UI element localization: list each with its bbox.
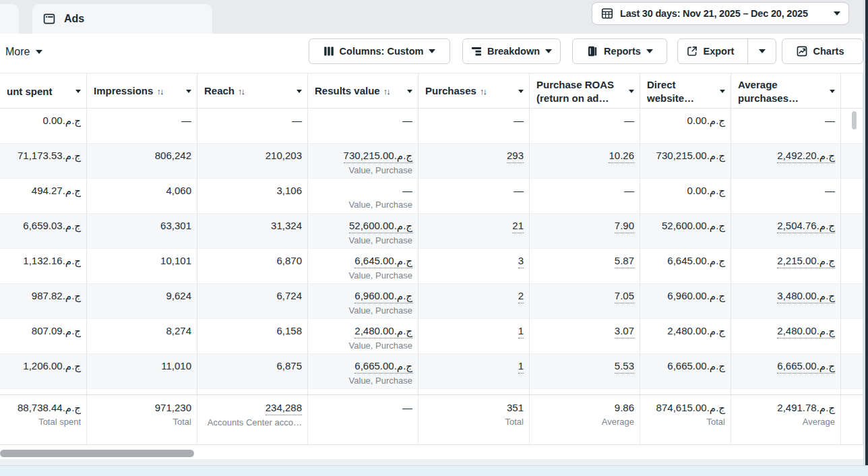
horizontal-scrollbar-thumb[interactable] bbox=[0, 450, 194, 457]
cell-direct-website: ج.م.6,960.00 bbox=[640, 284, 731, 318]
cell-value: 6,875 bbox=[276, 359, 302, 373]
column-menu-caret-icon[interactable] bbox=[297, 90, 302, 93]
column-menu-caret-icon[interactable] bbox=[518, 90, 524, 93]
charts-button[interactable]: Charts bbox=[782, 38, 863, 64]
column-header-impressions[interactable]: Impressions↑↓ bbox=[87, 73, 197, 108]
tab-ads[interactable]: Ads bbox=[32, 4, 212, 34]
export-button[interactable]: Export bbox=[678, 39, 747, 63]
cell-value: 6,158 bbox=[276, 324, 302, 338]
cell-value[interactable]: ج.م.2,215.00 bbox=[777, 254, 835, 268]
cell-value: — bbox=[624, 114, 634, 127]
export-label: Export bbox=[704, 46, 735, 57]
more-dropdown[interactable]: More bbox=[5, 42, 42, 61]
cell-value: ج.م.987.82 bbox=[32, 289, 81, 303]
cell-value: ج.م.730,215.00 bbox=[656, 149, 725, 162]
cell-value[interactable]: ج.م.730,215.00 bbox=[344, 149, 412, 163]
cell-value[interactable]: 1 bbox=[518, 324, 524, 338]
cell-value[interactable]: 7.05 bbox=[615, 289, 634, 303]
total-cell-direct-website: ج.م.874,615.00Total bbox=[640, 395, 731, 444]
column-menu-caret-icon[interactable] bbox=[629, 90, 634, 93]
vertical-scrollbar-thumb[interactable] bbox=[852, 111, 857, 129]
date-range-button[interactable]: Last 30 days: Nov 21, 2025 – Dec 20, 202… bbox=[592, 2, 849, 25]
cell-value[interactable]: 5.53 bbox=[615, 359, 634, 374]
cell-value: ج.م.6,659.03 bbox=[23, 219, 81, 233]
cell-reach: 6,158 bbox=[197, 319, 308, 353]
cell-value[interactable]: ج.م.2,492.20 bbox=[777, 149, 835, 163]
column-header-extra[interactable]: Ac bbox=[841, 73, 863, 108]
cell-value: 3,106 bbox=[276, 184, 302, 198]
cell-reach: — bbox=[197, 109, 308, 143]
cell-direct-website: ج.م.730,215.00 bbox=[640, 144, 731, 178]
table-gap-row bbox=[0, 389, 863, 394]
cell-average-purchases: ج.م.3,480.00 bbox=[731, 284, 841, 318]
cell-extra bbox=[841, 249, 863, 283]
cell-value[interactable]: 3.07 bbox=[615, 324, 634, 338]
cell-value[interactable]: 5.87 bbox=[615, 254, 634, 268]
total-subtitle: Average bbox=[735, 417, 835, 427]
cell-impressions: 4,060 bbox=[87, 179, 197, 213]
column-menu-caret-icon[interactable] bbox=[720, 90, 725, 93]
cell-reach: 6,724 bbox=[197, 284, 308, 318]
total-value[interactable]: 234,288 bbox=[266, 401, 302, 415]
column-header-reach[interactable]: Reach↑↓ bbox=[197, 73, 308, 108]
column-header-results-value[interactable]: Results value↑↓ bbox=[308, 73, 418, 108]
column-header-average-purchases[interactable]: Averagepurchases… bbox=[731, 73, 841, 108]
cell-value: ج.م.1,206.00 bbox=[23, 359, 81, 373]
cell-value: 6,870 bbox=[276, 254, 302, 268]
total-subtitle: Average bbox=[534, 417, 634, 427]
total-cell-average-purchases: ج.م.2,491.78Average bbox=[731, 395, 841, 444]
cell-value[interactable]: ج.م.6,645.00 bbox=[354, 254, 412, 268]
column-header-purchase-roas[interactable]: Purchase ROAS(return on ad… bbox=[530, 73, 640, 108]
table-totals-row: ج.م.88,738.44Total spent971,230Total234,… bbox=[0, 394, 863, 445]
cell-value[interactable]: ج.م.2,504.76 bbox=[777, 219, 835, 233]
cell-value[interactable]: ج.م.6,665.00 bbox=[354, 359, 412, 374]
cell-purchase-roas: — bbox=[530, 179, 640, 213]
cell-value[interactable]: ج.م.52,600.00 bbox=[349, 219, 412, 233]
charts-label: Charts bbox=[813, 46, 844, 57]
cell-value[interactable]: ج.م.2,480.00 bbox=[777, 324, 835, 338]
cell-direct-website: ج.م.6,645.00 bbox=[640, 249, 731, 283]
breakdown-button[interactable]: Breakdown bbox=[462, 38, 561, 64]
cell-value[interactable]: 10.26 bbox=[609, 149, 634, 163]
cell-value: — bbox=[181, 114, 191, 127]
export-options-caret[interactable] bbox=[747, 39, 776, 63]
cell-value[interactable]: ج.م.2,480.00 bbox=[354, 324, 412, 338]
gap-cell bbox=[841, 389, 863, 394]
column-header-amount-spent[interactable]: unt spent bbox=[0, 73, 87, 108]
cell-value[interactable]: 21 bbox=[512, 219, 524, 233]
cell-value[interactable]: 2 bbox=[518, 289, 524, 303]
cell-value: 10,101 bbox=[160, 254, 191, 268]
chevron-down-icon bbox=[646, 49, 653, 53]
sort-icon: ↑↓ bbox=[480, 86, 486, 96]
total-subtitle: Total bbox=[423, 417, 524, 427]
cell-purchases: — bbox=[418, 109, 530, 143]
cell-value[interactable]: 293 bbox=[507, 149, 524, 163]
column-header-purchases[interactable]: Purchases↑↓ bbox=[418, 73, 530, 108]
sort-icon: ↑↓ bbox=[156, 86, 162, 96]
column-menu-caret-icon[interactable] bbox=[407, 90, 412, 93]
column-menu-caret-icon[interactable] bbox=[830, 90, 835, 93]
gap-cell bbox=[197, 389, 308, 394]
gap-cell bbox=[87, 389, 197, 394]
cell-value[interactable]: ج.م.6,665.00 bbox=[777, 359, 835, 374]
column-header-direct-website[interactable]: Directwebsite… bbox=[640, 73, 731, 108]
tab-partial[interactable] bbox=[0, 4, 19, 34]
columns-button[interactable]: Columns: Custom bbox=[309, 38, 450, 64]
chevron-down-icon bbox=[759, 49, 766, 53]
reports-button[interactable]: Reports bbox=[572, 38, 667, 64]
column-menu-caret-icon[interactable] bbox=[186, 90, 191, 93]
cell-average-purchases: — bbox=[731, 179, 841, 213]
cell-value[interactable]: ج.م.3,480.00 bbox=[777, 289, 835, 303]
cell-value[interactable]: 1 bbox=[518, 359, 524, 374]
total-cell-impressions: 971,230Total bbox=[87, 395, 197, 444]
cell-amount-spent: ج.م.6,659.03 bbox=[0, 214, 87, 248]
cell-value[interactable]: 7.90 bbox=[615, 219, 634, 233]
column-menu-caret-icon[interactable] bbox=[75, 90, 81, 93]
cell-value[interactable]: 3 bbox=[518, 254, 524, 268]
cell-value[interactable]: ج.م.6,960.00 bbox=[354, 289, 412, 303]
ads-manager-screen: Ads Last 30 days: Nov 21, 2025 – Dec 20,… bbox=[0, 0, 868, 476]
total-cell-purchase-roas: 9.86Average bbox=[530, 395, 640, 444]
cell-purchases: 3 bbox=[418, 249, 530, 283]
total-value: ج.م.2,491.78 bbox=[777, 401, 835, 415]
cell-direct-website: ج.م.0.00 bbox=[640, 109, 731, 143]
